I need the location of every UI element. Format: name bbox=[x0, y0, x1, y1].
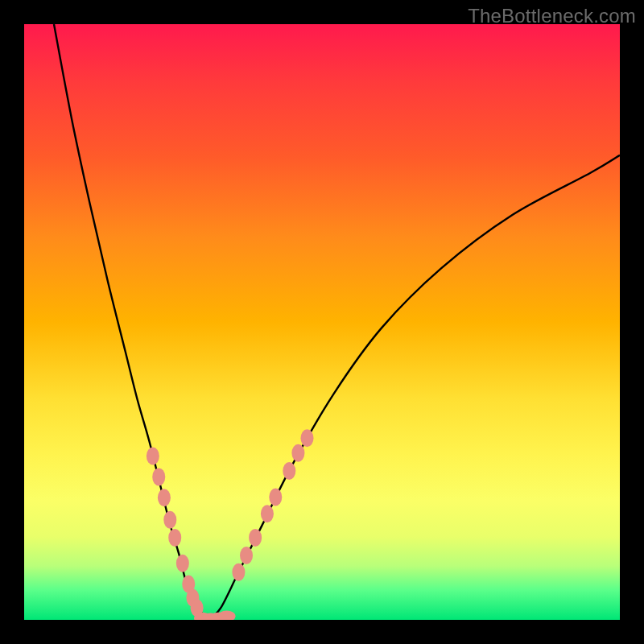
curve-right-arm bbox=[208, 155, 620, 620]
marker-dot bbox=[168, 529, 181, 547]
marker-dot bbox=[194, 613, 212, 620]
marker-dot bbox=[218, 611, 236, 620]
marker-dot bbox=[147, 448, 159, 465]
marker-dot bbox=[163, 511, 176, 529]
marker-dot bbox=[261, 505, 274, 522]
marker-group bbox=[147, 429, 314, 620]
marker-dot bbox=[186, 589, 199, 607]
marker-dot bbox=[249, 529, 262, 547]
marker-dot bbox=[176, 555, 189, 572]
marker-dot bbox=[202, 613, 220, 620]
plot-area bbox=[24, 24, 620, 620]
marker-dot bbox=[158, 489, 171, 506]
curve-svg bbox=[24, 24, 620, 620]
marker-dot bbox=[152, 468, 165, 485]
marker-dot bbox=[191, 599, 204, 617]
marker-dot bbox=[209, 613, 227, 620]
curve-left-arm bbox=[54, 24, 208, 620]
marker-dot bbox=[283, 462, 295, 480]
chart-stage: TheBottleneck.com bbox=[0, 0, 644, 644]
marker-dot bbox=[269, 489, 282, 506]
marker-dot bbox=[240, 547, 253, 564]
marker-dot bbox=[301, 429, 314, 447]
marker-dot bbox=[182, 576, 195, 593]
marker-dot bbox=[232, 564, 245, 581]
marker-dot bbox=[291, 444, 304, 462]
curve-group bbox=[54, 24, 620, 620]
